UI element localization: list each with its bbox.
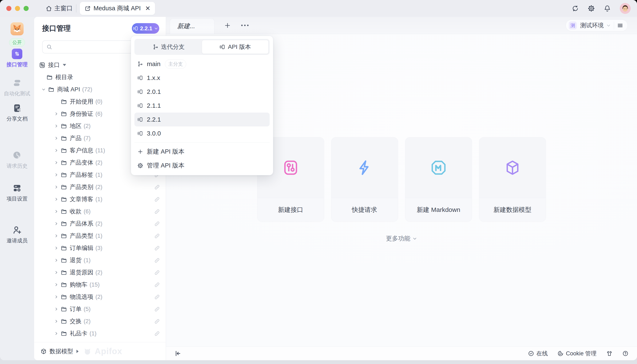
chevron-right-icon[interactable] — [53, 258, 59, 262]
tree-folder[interactable]: 订单编辑 (3) — [34, 242, 166, 254]
link-icon[interactable] — [154, 245, 160, 251]
chevron-right-icon[interactable] — [53, 222, 59, 226]
more-icon — [241, 24, 249, 26]
link-icon[interactable] — [154, 270, 160, 276]
sidebar-item-project-settings[interactable]: 项目设置 — [0, 183, 34, 202]
tree-folder[interactable]: 收款 (6) — [34, 205, 166, 218]
version-item-selected[interactable]: 2.2.1 — [134, 112, 270, 126]
chevron-right-icon[interactable] — [53, 112, 59, 116]
link-icon[interactable] — [154, 221, 160, 226]
version-item[interactable]: 2.0.1 — [134, 85, 270, 99]
home-icon — [46, 5, 52, 12]
link-icon[interactable] — [154, 282, 160, 288]
divider — [134, 142, 270, 143]
collapse-sidebar-icon[interactable] — [174, 350, 181, 357]
chevron-right-icon[interactable] — [53, 173, 59, 177]
chevron-right-icon[interactable] — [53, 197, 59, 201]
chevron-right-icon[interactable] — [53, 307, 59, 311]
tree-folder[interactable]: 文章博客 (1) — [34, 193, 166, 205]
hamburger-icon — [617, 22, 623, 28]
cookie-icon — [557, 350, 564, 357]
branch-item-main[interactable]: main 主分支 — [134, 57, 270, 71]
chevron-right-icon[interactable] — [53, 209, 59, 214]
link-icon[interactable] — [154, 331, 160, 336]
chevron-expanded-icon[interactable] — [41, 87, 47, 92]
tree-folder[interactable]: 产品类别 (2) — [34, 181, 166, 193]
chevron-right-icon[interactable] — [53, 282, 59, 287]
tree-folder[interactable]: 交换 (2) — [34, 315, 166, 328]
gear-icon[interactable] — [588, 5, 595, 12]
link-icon[interactable] — [154, 209, 160, 214]
tree-folder[interactable]: 产品体系 (2) — [34, 218, 166, 230]
chevron-right-icon[interactable] — [53, 136, 59, 140]
tree-folder[interactable]: 退货 (1) — [34, 254, 166, 266]
tab-more-button[interactable] — [241, 21, 249, 30]
data-model-section[interactable]: 数据模型 Apifox — [34, 342, 166, 360]
online-status[interactable]: 在线 — [528, 350, 548, 357]
tree-folder[interactable]: 礼品卡 (1) — [34, 328, 166, 340]
sidebar-item-share-docs[interactable]: 分享文档 — [0, 103, 34, 122]
chevron-right-icon[interactable] — [53, 148, 59, 152]
titlebar: 主窗口 Medusa 商城 API ✕ — [0, 0, 637, 17]
help-button[interactable] — [622, 350, 628, 357]
link-icon[interactable] — [154, 184, 160, 190]
chevron-right-icon[interactable] — [53, 332, 59, 336]
version-item[interactable]: 2.1.1 — [134, 99, 270, 112]
chevron-right-icon[interactable] — [53, 295, 59, 299]
zoom-window-button[interactable] — [24, 6, 29, 11]
manage-api-version-button[interactable]: 管理 API 版本 — [134, 159, 270, 172]
link-icon[interactable] — [154, 258, 160, 263]
link-icon[interactable] — [154, 294, 160, 300]
folder-icon — [61, 330, 67, 337]
theme-button[interactable] — [606, 350, 612, 357]
card-new-markdown[interactable]: 新建 Markdown — [405, 137, 472, 222]
tree-folder[interactable]: 物流选项 (2) — [34, 291, 166, 303]
avatar[interactable] — [620, 3, 631, 14]
cookie-manager-button[interactable]: Cookie 管理 — [557, 350, 596, 357]
tab-main-window[interactable]: 主窗口 — [46, 4, 73, 12]
sidebar-item-request-history[interactable]: 请求历史 — [0, 150, 34, 170]
tshirt-icon — [606, 350, 612, 357]
close-tab-icon[interactable]: ✕ — [145, 5, 150, 12]
link-icon[interactable] — [154, 318, 160, 324]
tree-folder[interactable]: 产品类型 (1) — [34, 230, 166, 242]
project-logo[interactable] — [11, 22, 24, 35]
link-icon[interactable] — [154, 196, 160, 202]
env-label: 测试环境 — [580, 22, 604, 30]
new-api-version-button[interactable]: 新建 API 版本 — [134, 145, 270, 159]
environment-selector[interactable]: 测 测试环境 — [566, 20, 628, 31]
add-tab-button[interactable] — [223, 21, 232, 30]
folder-icon — [61, 282, 67, 288]
link-icon[interactable] — [154, 233, 160, 239]
env-menu-button[interactable] — [614, 22, 626, 28]
chevron-right-icon[interactable] — [53, 319, 59, 324]
version-item[interactable]: 3.0.0 — [134, 126, 270, 140]
card-quick-request[interactable]: 快捷请求 — [331, 137, 398, 222]
sidebar-item-api-management[interactable]: 接口管理 — [0, 48, 34, 68]
chevron-right-icon[interactable] — [53, 270, 59, 274]
chevron-right-icon[interactable] — [53, 234, 59, 238]
chevron-right-icon[interactable] — [53, 124, 59, 128]
version-selector-button[interactable]: 2.2.1 — [132, 23, 159, 34]
sidebar-item-automated-testing[interactable]: 自动化测试 — [0, 78, 34, 97]
tab-iteration-branch[interactable]: 迭代分支 — [135, 40, 202, 54]
tab-new-unsaved[interactable]: 新建... — [170, 18, 215, 34]
tab-api-version[interactable]: API 版本 — [202, 40, 269, 54]
chevron-right-icon[interactable] — [53, 185, 59, 189]
version-item[interactable]: 1.x.x — [134, 71, 270, 85]
sidebar-item-invite-members[interactable]: 邀请成员 — [0, 224, 34, 244]
tree-folder[interactable]: 购物车 (15) — [34, 278, 166, 291]
tab-project-medusa[interactable]: Medusa 商城 API ✕ — [80, 2, 155, 15]
tree-folder[interactable]: 订单 (5) — [34, 303, 166, 315]
tree-folder[interactable]: 退货原因 (2) — [34, 266, 166, 278]
chevron-right-icon[interactable] — [53, 246, 59, 250]
minimize-window-button[interactable] — [15, 6, 20, 11]
chevron-down-icon — [154, 26, 158, 30]
bell-icon[interactable] — [604, 5, 611, 12]
close-window-button[interactable] — [6, 6, 11, 11]
chevron-right-icon[interactable] — [53, 160, 59, 165]
more-features-button[interactable]: 更多功能 — [166, 234, 637, 243]
refresh-icon[interactable] — [572, 5, 579, 12]
link-icon[interactable] — [154, 306, 160, 312]
card-new-data-model[interactable]: 新建数据模型 — [479, 137, 546, 222]
